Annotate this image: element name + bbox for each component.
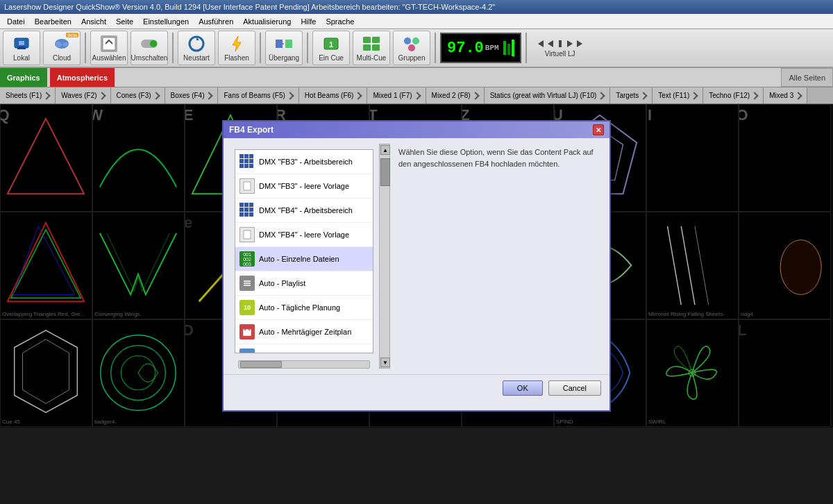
svg-rect-1 — [17, 47, 26, 49]
cue-tab-text[interactable]: Text (F11) — [653, 87, 703, 103]
svg-rect-12 — [276, 40, 283, 48]
svg-rect-16 — [363, 37, 371, 43]
umschalten-button[interactable]: Umschalten — [131, 31, 168, 65]
arrow-icon — [152, 92, 160, 99]
menu-hilfe[interactable]: Hilfe — [296, 16, 320, 27]
scrollbar-up[interactable]: ▲ — [380, 145, 390, 155]
cue-tab-mixed3[interactable]: Mixed 3 — [764, 87, 807, 103]
list-item-auto-einzelne[interactable]: 001002003 Auto - Einzelne Dateien — [235, 247, 373, 271]
auswahlen-button[interactable]: Auswählen — [90, 31, 128, 65]
list-item-label: DMX "FB4" - Arbeitsbereich — [259, 206, 353, 215]
separator-4 — [307, 33, 308, 63]
cue-tab-sheets[interactable]: Sheets (F1) — [0, 87, 56, 103]
svg-rect-2 — [19, 41, 24, 45]
flashen-button[interactable]: Flashen — [218, 31, 255, 65]
svg-point-21 — [412, 37, 419, 44]
ein-cue-button[interactable]: 1 Ein Cue — [312, 31, 350, 65]
arrow-icon — [751, 92, 759, 99]
tab-atmospherics[interactable]: Atmospherics — [50, 68, 115, 87]
scrollbar-down[interactable]: ▼ — [380, 358, 390, 367]
beta-badge: beta — [66, 33, 78, 37]
menu-datei[interactable]: Datei — [3, 16, 29, 27]
separator-3 — [260, 33, 261, 63]
menu-seite[interactable]: Seite — [112, 16, 137, 27]
multi-cue-button[interactable]: Multi-Cue — [353, 31, 390, 65]
list-item-label: Hochladen — [259, 352, 296, 353]
arrow-icon — [286, 92, 294, 99]
svg-text:1: 1 — [329, 40, 333, 49]
cue-tab-waves[interactable]: Waves (F2) — [56, 87, 110, 103]
modal-overlay: FB4 Export ✕ DMX "FB — [0, 104, 833, 428]
list-item-dmx-fb3-vorlage[interactable]: DMX "FB3" - leere Vorlage — [235, 174, 373, 199]
svg-marker-28 — [559, 40, 562, 47]
separator-6 — [525, 33, 527, 63]
modal-cancel-button[interactable]: Cancel — [548, 380, 601, 396]
modal-body: DMX "FB3" - Arbeitsbereich DMX "FB3" - l… — [224, 138, 609, 374]
tab-row: Graphics Atmospherics Alle Seiten — [0, 68, 833, 87]
svg-rect-19 — [372, 44, 380, 51]
cue-tab-mixed2[interactable]: Mixed 2 (F8) — [426, 87, 485, 103]
cloud-button[interactable]: beta Cloud — [43, 31, 81, 65]
tab-alle-seiten[interactable]: Alle Seiten — [781, 68, 833, 87]
arrow-icon — [795, 92, 802, 99]
lokal-button[interactable]: Lokal — [3, 31, 40, 65]
modal-desc-text: Wählen Sie diese Option, wenn Sie das Co… — [398, 146, 601, 169]
svg-rect-50 — [244, 230, 251, 239]
fb4-export-modal: FB4 Export ✕ DMX "FB — [222, 120, 611, 412]
svg-rect-23 — [503, 41, 506, 55]
list-item-label: DMX "FB3" - leere Vorlage — [259, 182, 349, 190]
arrow-icon — [471, 92, 479, 99]
menu-aktualisierung[interactable]: Aktualisierung — [239, 16, 295, 27]
list-item-auto-mehrtagiger[interactable]: Auto - Mehrtägiger Zeitplan — [235, 320, 373, 344]
list-item-label: DMX "FB3" - Arbeitsbereich — [259, 158, 353, 166]
cue-tab-cones[interactable]: Cones (F3) — [111, 87, 165, 103]
arrow-icon — [691, 92, 698, 99]
svg-rect-18 — [363, 44, 371, 51]
arrow-icon — [355, 92, 362, 99]
svg-point-22 — [408, 44, 415, 51]
virtual-lj-label: Virtuell LJ — [545, 50, 575, 58]
cue-tab-boxes[interactable]: Boxes (F4) — [165, 87, 219, 103]
list-item-dmx-fb4-arbeitsbereich[interactable]: DMX "FB4" - Arbeitsbereich — [235, 199, 373, 223]
arrow-icon — [98, 92, 106, 99]
modal-ok-button[interactable]: OK — [503, 380, 543, 396]
svg-rect-25 — [512, 40, 514, 56]
separator-5 — [435, 33, 436, 63]
list-item-label: DMX "FB4" - leere Vorlage — [259, 230, 349, 239]
menu-sprache[interactable]: Sprache — [321, 16, 358, 27]
list-item-label: Auto - Einzelne Dateien — [259, 255, 339, 263]
menu-ausfuhren[interactable]: Ausführen — [194, 16, 237, 27]
modal-close-button[interactable]: ✕ — [593, 124, 604, 135]
menu-bearbeiten[interactable]: Bearbeiten — [31, 16, 76, 27]
separator-1 — [85, 33, 86, 63]
tab-graphics[interactable]: Graphics — [0, 68, 47, 87]
cue-tab-statics[interactable]: Statics (great with Virtual LJ) (F10) — [485, 87, 611, 103]
neustart-button[interactable]: Neustart — [178, 31, 215, 65]
list-item-dmx-fb4-vorlage[interactable]: DMX "FB4" - leere Vorlage — [235, 223, 373, 247]
list-item-auto-playlist[interactable]: Auto - Playlist — [235, 271, 373, 296]
title-bar: Lasershow Designer QuickShow® Version 4.… — [0, 0, 833, 14]
ubergang-button[interactable]: Übergang — [265, 31, 303, 65]
svg-point-4 — [55, 42, 62, 47]
menu-einstellungen[interactable]: Einstellungen — [139, 16, 193, 27]
main-content: Q W E R T Z U I — [0, 104, 833, 428]
list-item-dmx-fb3-arbeitsbereich[interactable]: DMX "FB3" - Arbeitsbereich — [235, 150, 373, 174]
cue-tab-techno[interactable]: Techno (F12) — [703, 87, 764, 103]
scrollbar-thumb[interactable] — [380, 158, 390, 186]
list-item-auto-tagliche[interactable]: 10 Auto - Tägliche Planung — [235, 296, 373, 320]
gruppen-button[interactable]: Gruppen — [393, 31, 430, 65]
bpm-value: 97.0 — [447, 40, 484, 57]
menu-ansicht[interactable]: Ansicht — [77, 16, 110, 27]
arrow-icon — [598, 92, 605, 99]
cue-tab-targets[interactable]: Targets — [610, 87, 653, 103]
cue-tab-mixed1[interactable]: Mixed 1 (F7) — [367, 87, 426, 103]
cue-tab-fans[interactable]: Fans of Beams (F5) — [218, 87, 298, 103]
list-item-hochladen[interactable]: Hochladen — [235, 344, 373, 353]
svg-marker-29 — [567, 40, 573, 47]
list-item-label: Auto - Tägliche Planung — [259, 303, 340, 312]
arrow-icon — [205, 92, 213, 99]
modal-title: FB4 Export — [229, 125, 274, 135]
cue-tab-hot-beams[interactable]: Hot Beams (F6) — [299, 87, 368, 103]
svg-point-9 — [150, 40, 157, 47]
svg-rect-13 — [285, 40, 292, 48]
